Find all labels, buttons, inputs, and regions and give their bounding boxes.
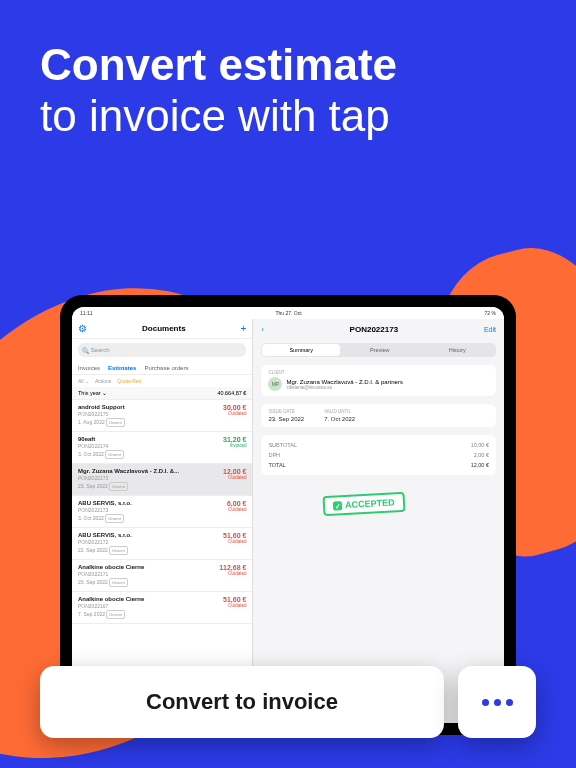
client-card[interactable]: CLIENT MP Mgr. Zuzana Waczlavová - Z.D.I… xyxy=(261,365,496,396)
filter-actions[interactable]: Actions xyxy=(95,378,111,384)
segment-control[interactable]: Summary Preview History xyxy=(261,343,496,357)
list-item[interactable]: Mgr. Zuzana Waczlavová - Z.D.I. &...PON2… xyxy=(72,464,252,496)
total-label: TOTAL xyxy=(268,462,285,468)
subtotal-label: SUBTOTAL xyxy=(268,442,297,448)
avatar: MP xyxy=(268,377,282,391)
add-icon[interactable]: + xyxy=(241,323,247,334)
list-item[interactable]: 90eaftPON20221743. Oct 2022 Unsent31,20 … xyxy=(72,432,252,464)
list-item[interactable]: ABU SERVIS, s.r.o.PON20221733. Oct 2022 … xyxy=(72,496,252,528)
tax-label: DPH xyxy=(268,452,280,458)
seg-summary[interactable]: Summary xyxy=(262,344,340,356)
tab-invoices[interactable]: Invoices xyxy=(78,365,100,371)
document-tabs: Invoices Estimates Purchase orders xyxy=(72,361,252,375)
filter-bar: All ⌄ Actions Quote Rec xyxy=(72,375,252,387)
seg-preview[interactable]: Preview xyxy=(341,343,419,357)
bottom-cta-row: Convert to invoice xyxy=(40,666,536,738)
filter-quote[interactable]: Quote Rec xyxy=(117,378,141,384)
summary-bar[interactable]: This year ⌄ 40.664,87 € xyxy=(72,387,252,400)
list-item[interactable]: Analkine obocie CiernePON20221677. Sep 2… xyxy=(72,592,252,624)
filter-all[interactable]: All ⌄ xyxy=(78,378,89,384)
totals-card: SUBTOTAL10,00 € DPH2,00 € TOTAL12,00 € xyxy=(261,435,496,475)
valid-label: VALID UNTIL xyxy=(324,409,355,414)
tablet-screen: 11:11 Thu 27. Oct 72 % ⚙ Documents + 🔍 S… xyxy=(72,307,504,723)
client-label: CLIENT xyxy=(268,370,489,375)
documents-pane: ⚙ Documents + 🔍 Search Invoices Estimate… xyxy=(72,319,253,723)
status-bar: 11:11 Thu 27. Oct 72 % xyxy=(72,307,504,319)
more-button[interactable] xyxy=(458,666,536,738)
valid-date: 7. Oct 2022 xyxy=(324,416,355,422)
status-time: 11:11 xyxy=(80,310,93,316)
tax-value: 2,00 € xyxy=(474,452,489,458)
issue-label: ISSUE DATE xyxy=(268,409,304,414)
detail-navbar: ‹ PON2022173 Edit xyxy=(253,319,504,339)
headline: Convert estimateto invoice with tap xyxy=(40,40,536,141)
client-email: zdielanie@iinvoices.eu xyxy=(286,385,402,390)
accepted-stamp: ✓ACCEPTED xyxy=(323,492,405,516)
total-value: 12,00 € xyxy=(471,462,489,468)
list-item[interactable]: ABU SERVIS, s.r.o.PON202217222. Sep 2022… xyxy=(72,528,252,560)
status-date: Thu 27. Oct xyxy=(93,310,485,316)
settings-icon[interactable]: ⚙ xyxy=(78,323,87,334)
edit-button[interactable]: Edit xyxy=(484,326,496,333)
status-battery: 72 % xyxy=(485,310,496,316)
list-item[interactable]: Analkine obocie CiernePON202217120. Sep … xyxy=(72,560,252,592)
tab-purchase-orders[interactable]: Purchase orders xyxy=(144,365,188,371)
period-total: 40.664,87 € xyxy=(217,390,246,396)
client-name: Mgr. Zuzana Waczlavová - Z.D.I. & partne… xyxy=(286,379,402,385)
subtotal-value: 10,00 € xyxy=(471,442,489,448)
dates-card: ISSUE DATE 23. Sep 2022 VALID UNTIL 7. O… xyxy=(261,404,496,427)
documents-title: Documents xyxy=(142,324,186,333)
seg-history[interactable]: History xyxy=(418,343,496,357)
search-input[interactable]: 🔍 Search xyxy=(78,343,246,357)
list-item[interactable]: android SupportPON20221751. Aug 2022 Uns… xyxy=(72,400,252,432)
tab-estimates[interactable]: Estimates xyxy=(108,365,136,371)
detail-pane: ‹ PON2022173 Edit Summary Preview Histor… xyxy=(253,319,504,723)
search-icon: 🔍 xyxy=(82,347,89,354)
left-navbar: ⚙ Documents + xyxy=(72,319,252,339)
period-label: This year ⌄ xyxy=(78,390,107,396)
convert-to-invoice-button[interactable]: Convert to invoice xyxy=(40,666,444,738)
back-icon[interactable]: ‹ xyxy=(261,326,263,333)
check-icon: ✓ xyxy=(333,501,342,510)
ellipsis-icon xyxy=(482,699,513,706)
issue-date: 23. Sep 2022 xyxy=(268,416,304,422)
detail-title: PON2022173 xyxy=(350,325,398,334)
